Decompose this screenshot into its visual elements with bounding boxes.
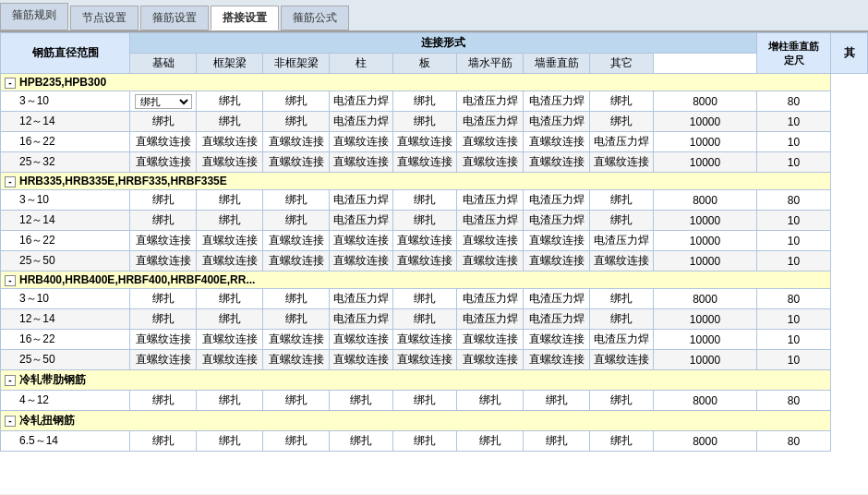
group-label: HRB400,HRB400E,HRBF400,HRBF400E,RR... — [19, 273, 255, 286]
wallv-cell: 直螺纹连接 — [524, 231, 590, 251]
tab-formula[interactable]: 箍筋公式 — [281, 6, 349, 30]
table-row: 12～14绑扎绑扎绑扎电渣压力焊绑扎电渣压力焊电渣压力焊绑扎1000010 — [1, 309, 868, 330]
base-dropdown[interactable]: 绑扎 — [135, 94, 192, 109]
base-cell: 绑扎 — [130, 431, 197, 452]
wallv-cell: 直螺纹连接 — [524, 251, 590, 272]
other-cell: 绑扎 — [590, 431, 654, 452]
base-cell: 绑扎 — [130, 289, 197, 309]
frame-cell: 直螺纹连接 — [197, 231, 263, 251]
slab-cell: 绑扎 — [393, 211, 457, 231]
col-cell: 绑扎 — [330, 431, 393, 452]
range-cell: 16～22 — [1, 231, 130, 251]
other-cell: 绑扎 — [590, 112, 654, 132]
wallh-cell: 绑扎 — [457, 431, 524, 452]
frame-cell: 直螺纹连接 — [197, 251, 263, 272]
extra-cell: 10 — [757, 251, 831, 272]
col2-cell: 10000 — [654, 251, 757, 272]
frame-cell: 绑扎 — [197, 391, 263, 411]
wallh-cell: 直螺纹连接 — [457, 330, 524, 350]
tab-stirrup[interactable]: 箍筋设置 — [140, 6, 209, 30]
frame-cell: 直螺纹连接 — [197, 132, 263, 152]
nonframe-cell: 绑扎 — [263, 91, 330, 112]
col-frame-header: 框架梁 — [197, 54, 263, 74]
col-cell: 电渣压力焊 — [330, 112, 393, 132]
col-slab-header: 板 — [393, 54, 457, 74]
col2-cell: 8000 — [654, 289, 757, 309]
frame-cell: 直螺纹连接 — [197, 350, 263, 370]
range-cell: 12～14 — [1, 211, 130, 231]
range-cell: 3～10 — [1, 91, 130, 112]
table-row: 12～14绑扎绑扎绑扎电渣压力焊绑扎电渣压力焊电渣压力焊绑扎1000010 — [1, 211, 868, 231]
slab-cell: 直螺纹连接 — [393, 350, 457, 370]
expand-icon[interactable]: - — [5, 275, 16, 286]
base-cell: 绑扎 — [130, 190, 197, 211]
table-row: 25～32直螺纹连接直螺纹连接直螺纹连接直螺纹连接直螺纹连接直螺纹连接直螺纹连接… — [1, 152, 868, 173]
tab-node[interactable]: 节点设置 — [70, 6, 139, 30]
extra-cell: 80 — [757, 289, 831, 309]
col2-cell: 8000 — [654, 431, 757, 452]
table-header-row2: 基础 框架梁 非框架梁 柱 板 墙水平筋 墙垂直筋 其它 — [1, 54, 868, 74]
col-extra-header: 其 — [831, 33, 868, 74]
range-cell: 16～22 — [1, 330, 130, 350]
expand-icon[interactable]: - — [5, 375, 16, 386]
col2-cell: 10000 — [654, 112, 757, 132]
nonframe-cell: 绑扎 — [263, 112, 330, 132]
expand-icon[interactable]: - — [5, 78, 16, 89]
wallh-cell: 直螺纹连接 — [457, 251, 524, 272]
slab-cell: 直螺纹连接 — [393, 231, 457, 251]
extra-cell: 80 — [757, 391, 831, 411]
tab-general[interactable]: 箍筋规则 — [0, 3, 68, 30]
wallh-cell: 直螺纹连接 — [457, 231, 524, 251]
nonframe-cell: 直螺纹连接 — [263, 132, 330, 152]
group-header-row: -冷轧带肋钢筋 — [1, 370, 868, 391]
slab-cell: 直螺纹连接 — [393, 330, 457, 350]
nonframe-cell: 绑扎 — [263, 289, 330, 309]
other-cell: 绑扎 — [590, 211, 654, 231]
table-header-row1: 钢筋直径范围 连接形式 增柱垂直筋定尺 其 — [1, 33, 868, 54]
range-cell: 16～22 — [1, 132, 130, 152]
frame-cell: 绑扎 — [197, 91, 263, 112]
col-other-header: 其它 — [590, 54, 654, 74]
col2-cell: 8000 — [654, 91, 757, 112]
tab-lap[interactable]: 搭接设置 — [211, 6, 279, 30]
group-label: HPB235,HPB300 — [19, 76, 106, 89]
wallv-cell: 绑扎 — [524, 431, 590, 452]
wallh-cell: 电渣压力焊 — [457, 91, 524, 112]
nonframe-cell: 绑扎 — [263, 431, 330, 452]
wallh-cell: 直螺纹连接 — [457, 350, 524, 370]
table-row: 3～10绑扎绑扎绑扎电渣压力焊绑扎电渣压力焊电渣压力焊绑扎800080 — [1, 289, 868, 309]
table-row: 16～22直螺纹连接直螺纹连接直螺纹连接直螺纹连接直螺纹连接直螺纹连接直螺纹连接… — [1, 132, 868, 152]
col2-cell: 10000 — [654, 152, 757, 173]
other-cell: 绑扎 — [590, 391, 654, 411]
base-cell: 直螺纹连接 — [130, 152, 197, 173]
group-header-row: -HRB400,HRB400E,HRBF400,HRBF400E,RR... — [1, 272, 868, 289]
table-row: 3～10绑扎绑扎绑扎电渣压力焊绑扎电渣压力焊电渣压力焊绑扎800080 — [1, 190, 868, 211]
other-cell: 直螺纹连接 — [590, 350, 654, 370]
base-cell[interactable]: 绑扎 — [130, 91, 197, 112]
base-cell: 直螺纹连接 — [130, 330, 197, 350]
other-cell: 绑扎 — [590, 289, 654, 309]
extra-cell: 80 — [757, 91, 831, 112]
col2-cell: 10000 — [654, 309, 757, 330]
expand-icon[interactable]: - — [5, 416, 16, 427]
slab-cell: 绑扎 — [393, 289, 457, 309]
group-header-row: -HPB235,HPB300 — [1, 74, 868, 91]
table-row: 12～14绑扎绑扎绑扎电渣压力焊绑扎电渣压力焊电渣压力焊绑扎1000010 — [1, 112, 868, 132]
wallh-cell: 电渣压力焊 — [457, 289, 524, 309]
expand-icon[interactable]: - — [5, 176, 16, 187]
nonframe-cell: 绑扎 — [263, 190, 330, 211]
nonframe-cell: 绑扎 — [263, 309, 330, 330]
col2-cell: 10000 — [654, 132, 757, 152]
group-label: 冷轧扭钢筋 — [19, 414, 75, 427]
slab-cell: 直螺纹连接 — [393, 152, 457, 173]
frame-cell: 绑扎 — [197, 112, 263, 132]
col2-cell: 8000 — [654, 391, 757, 411]
col-col2-header: 增柱垂直筋定尺 — [757, 33, 831, 74]
nonframe-cell: 直螺纹连接 — [263, 350, 330, 370]
range-cell: 12～14 — [1, 309, 130, 330]
other-cell: 电渣压力焊 — [590, 231, 654, 251]
range-cell: 6.5～14 — [1, 431, 130, 452]
nonframe-cell: 绑扎 — [263, 211, 330, 231]
table-row: 16～22直螺纹连接直螺纹连接直螺纹连接直螺纹连接直螺纹连接直螺纹连接直螺纹连接… — [1, 330, 868, 350]
frame-cell: 绑扎 — [197, 431, 263, 452]
